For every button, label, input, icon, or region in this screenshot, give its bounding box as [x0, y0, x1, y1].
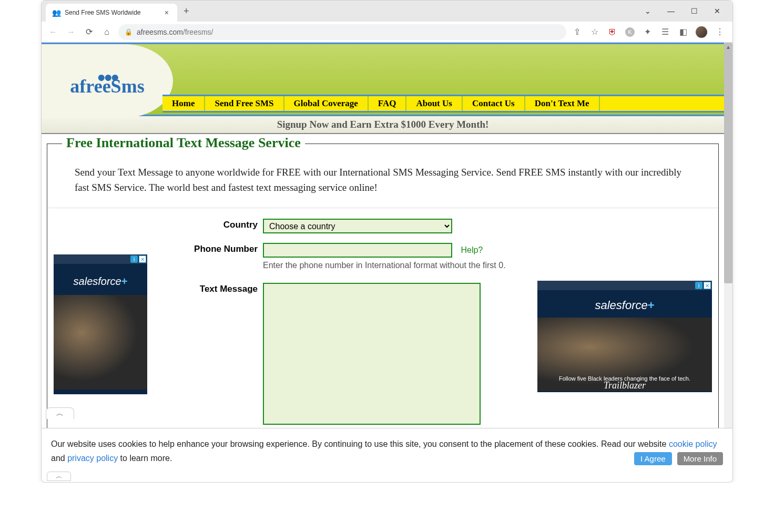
- address-bar[interactable]: 🔒 afreesms.com/freesms/: [118, 24, 566, 40]
- nav-dont-text-me[interactable]: Don't Text Me: [525, 96, 600, 111]
- nav-about-us[interactable]: About Us: [406, 96, 463, 111]
- reading-list-icon[interactable]: ☰: [660, 27, 670, 37]
- cookie-text: Our website uses cookies to help enhance…: [51, 439, 717, 463]
- ad-close-icon[interactable]: ✕: [704, 282, 711, 289]
- close-window-icon[interactable]: ✕: [707, 3, 727, 19]
- site-header: ●●● afreeSms Home Send Free SMS Global C…: [42, 43, 724, 116]
- browser-window: 👥 Send Free SMS Worldwide × + ⌄ — ☐ ✕ ← …: [41, 0, 733, 483]
- nav-faq[interactable]: FAQ: [369, 96, 407, 111]
- mcafee-ext-icon[interactable]: ⛨: [607, 27, 618, 37]
- chevron-up-icon: ︿: [56, 472, 63, 481]
- message-textarea[interactable]: [263, 283, 481, 425]
- intro-text: Send your Text Message to anyone worldwi…: [47, 144, 718, 208]
- nav-send-free-sms[interactable]: Send Free SMS: [205, 96, 284, 111]
- main-nav: Home Send Free SMS Global Coverage FAQ A…: [162, 95, 724, 112]
- logo-people-icon: ●●●: [97, 69, 118, 86]
- message-label: Text Message: [158, 283, 263, 427]
- ext-k-icon[interactable]: K: [625, 27, 635, 37]
- ad-right[interactable]: i✕ salesforce+ Follow five Black leaders…: [537, 281, 712, 392]
- phone-hint: Enter the phone number in International …: [263, 261, 529, 270]
- country-select[interactable]: Choose a country: [263, 219, 452, 233]
- nav-home[interactable]: Home: [162, 96, 205, 111]
- phone-label: Phone Number: [158, 243, 263, 270]
- titlebar: 👥 Send Free SMS Worldwide × + ⌄ — ☐ ✕: [42, 1, 732, 22]
- ad-brand-text: salesforce+: [54, 264, 147, 295]
- bookmark-star-icon[interactable]: ☆: [589, 27, 600, 37]
- home-button[interactable]: ⌂: [100, 26, 113, 38]
- phone-input[interactable]: [263, 243, 452, 258]
- logo[interactable]: ●●● afreeSms: [42, 44, 173, 118]
- ad-image: Follow five Black leaders changing the f…: [537, 318, 712, 391]
- close-tab-icon[interactable]: ×: [162, 8, 171, 17]
- cookie-policy-link[interactable]: cookie policy: [669, 439, 717, 448]
- extensions-icon[interactable]: ✦: [642, 27, 653, 37]
- scroll-up-icon[interactable]: ▲: [724, 43, 732, 51]
- browser-toolbar: ← → ⟳ ⌂ 🔒 afreesms.com/freesms/ ⇪ ☆ ⛨ K …: [42, 22, 732, 43]
- cookie-consent-bar: Our website uses cookies to help enhance…: [42, 428, 732, 472]
- page-viewport: ●●● afreeSms Home Send Free SMS Global C…: [42, 43, 732, 472]
- lock-icon: 🔒: [125, 28, 133, 36]
- ad-left[interactable]: i✕ salesforce+: [54, 254, 147, 394]
- forward-button[interactable]: →: [65, 26, 77, 38]
- expand-tab[interactable]: ︿: [46, 407, 74, 419]
- help-link[interactable]: Help?: [461, 245, 483, 254]
- window-controls: ⌄ — ☐ ✕: [638, 3, 732, 19]
- browser-tab[interactable]: 👥 Send Free SMS Worldwide ×: [46, 4, 177, 22]
- maximize-icon[interactable]: ☐: [684, 3, 704, 19]
- scroll-thumb[interactable]: [724, 43, 732, 283]
- share-icon[interactable]: ⇪: [572, 27, 582, 37]
- main-content: Free International Text Message Service …: [47, 144, 719, 447]
- ad-close-icon[interactable]: ✕: [139, 255, 146, 263]
- new-tab-button[interactable]: +: [184, 6, 189, 17]
- chevron-up-icon: ︿: [56, 409, 64, 418]
- ad-info-icon[interactable]: i: [695, 282, 702, 289]
- ad-info-icon[interactable]: i: [130, 255, 138, 263]
- cookie-agree-button[interactable]: I Agree: [634, 452, 672, 465]
- side-panel-icon[interactable]: ◧: [678, 27, 688, 37]
- sms-form: Country Choose a country Phone Number: [158, 219, 529, 436]
- minimize-icon[interactable]: —: [661, 3, 681, 19]
- promo-text: Signup Now and Earn Extra $1000 Every Mo…: [277, 119, 489, 130]
- profile-avatar[interactable]: [696, 26, 707, 38]
- favicon-icon: 👥: [52, 8, 60, 17]
- chevron-down-icon[interactable]: ⌄: [638, 3, 658, 19]
- back-button[interactable]: ←: [47, 26, 59, 38]
- country-label: Country: [158, 219, 263, 233]
- nav-contact-us[interactable]: Contact Us: [463, 96, 525, 111]
- reload-button[interactable]: ⟳: [83, 26, 95, 38]
- privacy-policy-link[interactable]: privacy policy: [67, 454, 118, 463]
- vertical-scrollbar[interactable]: ▲ ▼: [724, 43, 732, 472]
- bottom-drawer-handle[interactable]: ︿: [47, 472, 71, 481]
- ad-brand-text: salesforce+: [537, 290, 712, 318]
- tab-title: Send Free SMS Worldwide: [65, 9, 162, 16]
- ad-subtext: Trailblazer: [537, 380, 712, 391]
- menu-dots-icon[interactable]: ⋮: [715, 27, 725, 37]
- nav-global-coverage[interactable]: Global Coverage: [284, 96, 369, 111]
- ad-image: [54, 295, 147, 390]
- cookie-more-info-button[interactable]: More Info: [677, 452, 723, 465]
- promo-bar[interactable]: Signup Now and Earn Extra $1000 Every Mo…: [42, 116, 724, 134]
- url-text: afreesms.com/freesms/: [137, 28, 213, 36]
- page-title: Free International Text Message Service: [62, 135, 305, 151]
